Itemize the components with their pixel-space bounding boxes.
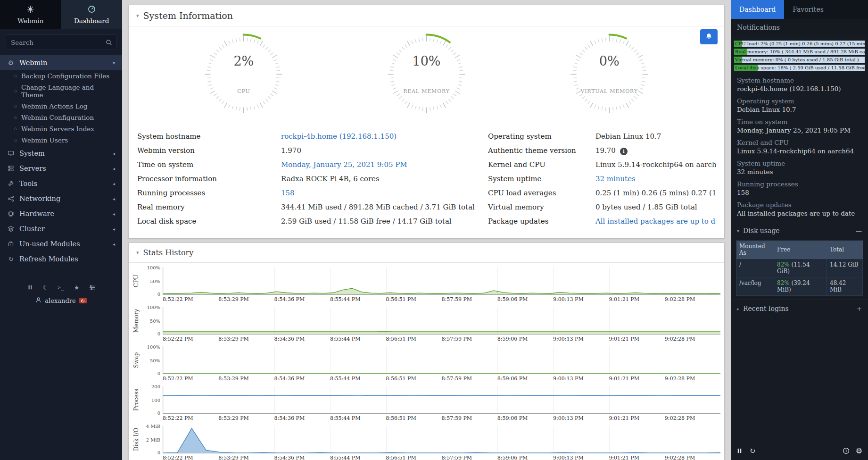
sidebar-subitem-webmin-actions-log[interactable]: ○Webmin Actions Log	[0, 100, 122, 112]
favorites-star-icon[interactable]: ★	[73, 284, 81, 291]
tab-webmin-label: Webmin	[17, 17, 43, 25]
x-tick: 8:59:06 PM	[497, 296, 553, 302]
collapse-caret-icon[interactable]: ▾	[136, 13, 139, 19]
collapse-minus-icon[interactable]: —	[856, 227, 862, 234]
x-tick: 8:57:59 PM	[441, 415, 497, 421]
info-value: Radxa ROCK Pi 4B, 6 cores	[281, 175, 488, 183]
chip-icon	[7, 210, 15, 217]
info-row-real-memory: Real memory344.41 MiB used / 891.28 MiB …	[137, 200, 488, 214]
sidebar-item-networking[interactable]: Networking ◂	[0, 191, 122, 206]
chart-x-axis: 8:52:22 PM8:53:29 PM8:54:36 PM8:55:44 PM…	[163, 296, 720, 302]
x-tick: 8:54:36 PM	[274, 415, 330, 421]
info-badge[interactable]: ℹ	[620, 148, 628, 155]
sidebar-item-hardware[interactable]: Hardware ◂	[0, 206, 122, 221]
webmin-logo-icon	[26, 5, 34, 15]
info-value: Debian Linux 10.7	[737, 106, 862, 113]
y-tick: 100%	[147, 265, 160, 270]
sidebar-subitem-webmin-users[interactable]: ○Webmin Users	[0, 134, 122, 146]
sidebar-subitem-change-language-and-theme[interactable]: ○Change Language and Theme	[0, 82, 122, 100]
package-updates-link[interactable]: All installed packages are up to date	[595, 217, 716, 226]
info-label: Running processes	[737, 180, 862, 188]
notifications-bell-button[interactable]	[700, 29, 718, 44]
bullet-icon: ○	[14, 89, 17, 93]
expand-plus-icon[interactable]: +	[857, 305, 862, 312]
mount-cell: /	[736, 259, 774, 277]
logout-icon[interactable]	[79, 298, 87, 303]
night-mode-icon[interactable]: ☾	[41, 284, 50, 291]
col-header: Mounted As	[736, 241, 774, 259]
right-sidebar: Dashboard Favorites Notifications CPU lo…	[731, 0, 868, 460]
refresh-icon[interactable]: ↻	[749, 446, 755, 455]
info-label: Processor information	[137, 175, 281, 183]
gear-icon[interactable]: ⚙	[856, 446, 862, 455]
gauge-cpu: 2% CPU	[202, 33, 285, 118]
info-label: Virtual memory	[488, 203, 595, 211]
gauge-label: REAL MEMORY	[385, 88, 468, 94]
search-icon[interactable]	[106, 39, 112, 48]
info-value: 158	[737, 189, 862, 196]
recent-logins-section-header[interactable]: ▸ Recent logins +	[731, 300, 868, 317]
sidebar-item-webmin[interactable]: ⚙ Webmin ▾	[0, 55, 122, 70]
tab-right-favorites[interactable]: Favorites	[784, 0, 832, 19]
tab-right-dashboard[interactable]: Dashboard	[731, 0, 784, 19]
collapse-caret-icon[interactable]: ▾	[136, 250, 139, 256]
layers-icon	[7, 226, 15, 232]
y-tick: 4 MiB	[146, 424, 160, 429]
info-label: System uptime	[488, 175, 595, 183]
sidebar-item-system[interactable]: System ◂	[0, 146, 122, 161]
sidebar-subitem-webmin-configuration[interactable]: ○Webmin Configuration	[0, 112, 122, 123]
gauge-value: 0%	[568, 54, 651, 68]
x-tick: 9:02:28 PM	[665, 455, 720, 460]
sidebar-item-unused-modules[interactable]: Un-used Modules ◂	[0, 236, 122, 251]
sidebar-item-cluster[interactable]: Cluster ◂	[0, 221, 122, 236]
x-tick: 8:54:36 PM	[274, 376, 330, 382]
x-tick: 9:02:28 PM	[665, 376, 720, 382]
chart-swap-block: Swap 100% 50% 0 8:52:22 PM8:53:29 PM8:54…	[132, 346, 720, 382]
search-input[interactable]	[6, 34, 116, 50]
pause-refresh-icon[interactable]	[736, 448, 743, 454]
time-link[interactable]: Monday, January 25, 2021 9:05 PM	[281, 160, 488, 169]
stats-charts: CPU 100% 50% 0 8:52:22 PM8:53:29 PM8:54:…	[129, 263, 724, 460]
disk-usage-section-header[interactable]: ▾ Disk usage —	[731, 222, 868, 239]
monitor-icon	[7, 150, 15, 157]
info-row-load-averages: CPU load averages0.25 (1 min) 0.26 (5 mi…	[488, 186, 716, 200]
processes-link[interactable]: 158	[281, 189, 488, 197]
disk-usage-table: Mounted As Free Total / 82% (11.54 GiB) …	[736, 240, 863, 296]
info-label: Package updates	[488, 217, 595, 226]
chart-y-axis: 4 MiB 2 MiB 0	[141, 426, 163, 453]
x-tick: 8:56:51 PM	[386, 296, 441, 302]
tab-webmin[interactable]: Webmin	[0, 0, 61, 29]
x-tick: 9:02:28 PM	[665, 336, 720, 342]
info-value: Debian Linux 10.7	[595, 132, 716, 141]
sidebar-item-label: System	[19, 150, 45, 157]
info-value: 344.41 MiB used / 891.28 MiB cached / 3.…	[281, 203, 488, 211]
pause-sessions-icon[interactable]	[26, 284, 34, 291]
sidebar-item-tools[interactable]: Tools ◂	[0, 176, 122, 191]
right-info-time: Time on systemMonday, January 25, 2021 9…	[737, 118, 862, 134]
chart-y-axis: 200 100 0	[141, 386, 163, 414]
x-tick: 9:00:13 PM	[553, 336, 609, 342]
info-label: System uptime	[737, 159, 862, 167]
sidebar-item-refresh-modules[interactable]: ↻ Refresh Modules	[0, 251, 122, 267]
sidebar-item-servers[interactable]: Servers ◂	[0, 161, 122, 176]
terminal-icon[interactable]: >_	[57, 284, 66, 291]
x-tick: 9:00:13 PM	[553, 415, 609, 421]
clock-icon[interactable]	[843, 447, 850, 454]
y-tick: 0	[157, 410, 160, 416]
hostname-link[interactable]: rockpi-4b.home (192.168.1.150)	[281, 132, 488, 141]
sliders-icon[interactable]	[88, 284, 97, 291]
real-memory-meter: Real memory: 10% ( 344.41 MiB used / 891…	[734, 49, 865, 55]
info-row-theme-version: Authentic theme version19.70ℹ	[488, 143, 716, 158]
tab-dashboard[interactable]: Dashboard	[61, 0, 123, 29]
sidebar-item-label: Networking	[19, 195, 60, 202]
system-info-table: System hostnamerockpi-4b.home (192.168.1…	[133, 129, 719, 228]
gauge-virtual-memory: 0% VIRTUAL MEMORY	[568, 33, 651, 118]
chevron-left-icon: ◂	[113, 151, 115, 156]
chart-memory-block: Memory 100% 50% 0 8:52:22 PM8:53:29 PM8:…	[132, 307, 720, 342]
sidebar-subitem-webmin-servers-index[interactable]: ○Webmin Servers Index	[0, 123, 122, 134]
sidebar-item-label: Refresh Modules	[19, 255, 78, 263]
uptime-link[interactable]: 32 minutes	[595, 175, 716, 183]
chart-plot	[163, 307, 720, 335]
sidebar-subitem-backup-configuration-files[interactable]: ○Backup Configuration Files	[0, 70, 122, 82]
subitem-label: Webmin Configuration	[21, 114, 94, 121]
